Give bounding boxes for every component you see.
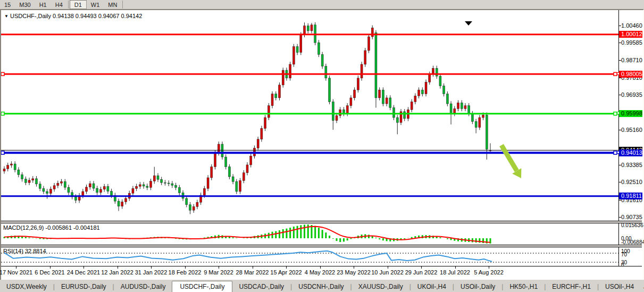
candle: [143, 185, 145, 186]
candle: [49, 189, 52, 194]
time-tick-label: 29 Jun 2022: [405, 269, 438, 276]
candle: [32, 179, 34, 180]
time-tick-mark: [185, 266, 186, 269]
chart-title: ▼ USDCHF-,Daily 0.94138 0.94493 0.94067 …: [4, 13, 142, 19]
axis-tick-label: 0.96935: [621, 91, 642, 98]
candle: [153, 176, 155, 181]
tab-eurusd-daily[interactable]: EURUSD-,Daily: [55, 281, 113, 292]
candle: [132, 188, 134, 193]
candle: [103, 187, 105, 189]
time-tick-label: 31 Jan 2022: [135, 269, 168, 276]
line-price-label-0.95998: 0.95998: [619, 110, 642, 117]
tab-xauusd-daily[interactable]: XAUUSD-,Daily: [352, 281, 409, 292]
timeframe-button-h4[interactable]: H4: [51, 0, 67, 9]
candle: [479, 118, 481, 128]
macd-axis-label: 0.015636: [621, 222, 643, 229]
timeframe-toolbar: 15M30H1H4D1W1MN: [0, 0, 644, 10]
timeframe-button-m30[interactable]: M30: [15, 0, 35, 9]
tab-usdx-weekly[interactable]: USDX,Weekly: [0, 281, 53, 292]
candle: [464, 106, 466, 109]
candle: [203, 188, 205, 195]
candle: [264, 118, 266, 128]
candle: [389, 98, 391, 108]
tab-usdchf-daily[interactable]: USDCHF-,Daily: [172, 281, 232, 292]
axis-tick-label: 0.99585: [621, 39, 642, 46]
time-tick-mark: [151, 266, 152, 269]
timeframe-button-d1[interactable]: D1: [70, 0, 87, 9]
axis-tick-label: 1.00460: [621, 22, 642, 29]
time-tick-label: 6 Dec 2021: [35, 269, 64, 276]
timeframe-button-15[interactable]: 15: [0, 0, 15, 9]
candle: [7, 165, 9, 169]
candle: [429, 74, 431, 82]
candle: [161, 179, 163, 182]
time-tick-label: 5 Aug 2022: [474, 269, 504, 276]
time-tick-mark: [253, 266, 253, 269]
candle: [53, 186, 55, 189]
line-handle[interactable]: [1, 151, 4, 154]
line-handle[interactable]: [617, 151, 620, 154]
candle: [486, 115, 488, 149]
candle: [246, 165, 248, 173]
line-handle[interactable]: [1, 72, 4, 76]
tab-usoil-daily[interactable]: USOil-,Daily: [454, 281, 501, 292]
time-tick-label: 24 Dec 2021: [67, 269, 100, 276]
candle: [221, 144, 223, 157]
candle: [35, 179, 37, 184]
candle: [232, 177, 234, 181]
candle: [39, 184, 41, 189]
timeframe-button-mn[interactable]: MN: [104, 0, 121, 9]
candle: [196, 202, 198, 206]
rsi-axis-label: 70: [621, 251, 627, 258]
candle: [457, 103, 459, 109]
candle: [267, 106, 270, 118]
tab-usoil-h4[interactable]: USOil-,H4: [599, 281, 640, 292]
candle: [214, 153, 216, 167]
candle: [350, 98, 352, 106]
candle: [193, 207, 195, 211]
axis-tick-label: 0.98710: [621, 57, 642, 64]
price-axis[interactable]: 1.004600.995850.987100.978100.969350.951…: [618, 10, 642, 221]
line-price-label-0.98005: 0.98005: [619, 71, 642, 78]
time-axis[interactable]: 17 Nov 20216 Dec 202124 Dec 202112 Jan 2…: [1, 266, 642, 279]
tab-eurchf-h1[interactable]: EURCHF-,H1: [546, 281, 597, 292]
tab-ukoil-h4[interactable]: UKOil-,H4: [411, 281, 453, 292]
time-tick-label: 9 Mar 2022: [204, 269, 233, 276]
macd-label: MACD(12,26,9) -0.005861 -0.004181: [3, 224, 100, 231]
timeframe-button-h1[interactable]: H1: [35, 0, 51, 9]
candle: [93, 183, 95, 188]
chart-collapse-icon[interactable]: ▼: [4, 14, 9, 19]
tab-hk50-h1[interactable]: HK50-,H1: [503, 281, 544, 292]
line-handle[interactable]: [1, 112, 4, 115]
line-handle[interactable]: [617, 72, 620, 75]
rsi-axis[interactable]: 10070300: [618, 247, 642, 266]
tab-usdcad-daily[interactable]: USDCAD-,Daily: [232, 281, 290, 292]
time-tick-mark: [118, 266, 118, 269]
line-price-label-0.94013: 0.94013: [619, 149, 642, 156]
candle: [411, 102, 413, 110]
candle: [14, 164, 16, 170]
candle: [168, 183, 170, 183]
candle: [121, 202, 123, 206]
candle: [96, 188, 98, 193]
candlestick-chart: [1, 10, 618, 221]
time-tick-label: 12 Jan 2022: [101, 269, 133, 276]
tab-audusd-daily[interactable]: AUDUSD-,Daily: [114, 281, 172, 292]
line-handle[interactable]: [617, 112, 620, 114]
candle: [242, 173, 245, 181]
rsi-label: RSI(14) 32.8814: [3, 248, 46, 254]
time-tick-mark: [320, 266, 321, 269]
candle: [24, 179, 27, 183]
candle: [107, 187, 109, 191]
time-tick-mark: [286, 266, 287, 269]
tab-usdcnh-daily[interactable]: USDCNH-,Daily: [292, 281, 350, 292]
macd-axis[interactable]: 0.0156360.00-0.006884: [618, 223, 642, 245]
candle: [321, 54, 323, 66]
time-tick-mark: [50, 266, 51, 269]
timeframe-button-w1[interactable]: W1: [87, 0, 104, 9]
candle: [461, 103, 463, 109]
candle: [336, 115, 338, 120]
chart-window: ▼ USDCHF-,Daily 0.94138 0.94493 0.94067 …: [0, 9, 644, 281]
time-tick-label: 23 May 2022: [337, 269, 371, 276]
candle: [157, 176, 159, 179]
